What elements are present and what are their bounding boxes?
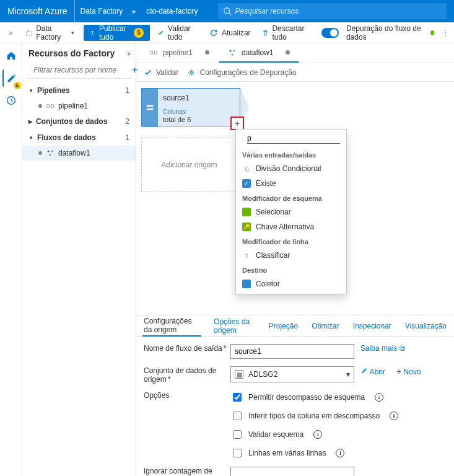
svg-point-16 (232, 53, 234, 55)
source-dataset-select[interactable]: ▦ ADLSG2 ▾ (230, 366, 354, 382)
debug-settings-button[interactable]: Configurações de Depuração (187, 68, 296, 77)
dataflows-section[interactable]: ▼ Fluxos de dados 1 (22, 130, 136, 146)
add-source-label: Adicionar origem (161, 161, 217, 169)
factory-picker[interactable]: Data Factory ▾ (20, 21, 81, 45)
external-link-icon: ⧉ (399, 344, 405, 353)
datasets-count: 2 (125, 117, 129, 126)
allow-schema-drift-checkbox[interactable] (233, 393, 242, 402)
tab-dataflow1[interactable]: dataflow1 (219, 43, 299, 63)
debug-settings-label: Configurações de Depuração (199, 68, 296, 77)
transform-select[interactable]: Selecionar (236, 205, 346, 219)
source-columns-label: Colunas: (163, 108, 187, 115)
svg-point-0 (224, 8, 229, 14)
source-node[interactable]: source1 Colunas: total de 6 (141, 88, 240, 126)
transform-surrogate-key[interactable]: 🔑 Chave Alternativa (236, 219, 346, 234)
new-dataset-button[interactable]: + Novo (396, 366, 421, 376)
caret-right-icon: ▶ (28, 119, 32, 125)
pipelines-section[interactable]: ▼ Pipelines 1 (22, 82, 136, 99)
check-icon (144, 68, 152, 77)
transform-picker-popup: Várias entradas/saídas ⎌ Divisão Condici… (235, 129, 347, 294)
dirty-indicator-icon (286, 50, 290, 55)
caret-down-icon: ▼ (28, 88, 33, 94)
sort-icon: ↕ (242, 251, 251, 260)
home-button[interactable] (2, 47, 20, 64)
source-node-title: source1 (163, 94, 190, 102)
plus-icon: + (396, 366, 401, 376)
transform-sink[interactable]: Coletor (236, 276, 346, 291)
monitor-button[interactable] (2, 92, 20, 109)
dataflow-item-label: dataflow1 (58, 149, 90, 157)
datasets-section[interactable]: ▶ Conjuntos de dados 2 (22, 113, 136, 130)
svg-point-8 (48, 151, 50, 152)
trash-icon (262, 29, 269, 37)
breadcrumb-datafactory[interactable]: Data Factory (75, 0, 128, 22)
info-icon[interactable]: i (390, 412, 398, 420)
dataflow-icon (228, 48, 237, 57)
skip-line-count-label: Ignorar contagem de linhas (144, 467, 230, 476)
refresh-button[interactable]: Atualizar (206, 26, 255, 40)
filter-input[interactable] (32, 65, 128, 75)
tab-pipeline1[interactable]: pipeline1 (140, 43, 219, 63)
skip-line-count-input[interactable] (230, 467, 354, 476)
more-icon[interactable]: ⋮ (442, 29, 449, 37)
tab-source-options[interactable]: Opções da origem (212, 315, 256, 337)
tab-source-settings[interactable]: Configurações da origem (142, 315, 201, 337)
author-button[interactable]: 5 (2, 69, 20, 87)
output-stream-name-label: Nome de fluxo de saída* (144, 344, 230, 353)
svg-point-14 (230, 50, 232, 51)
dataflows-label: Fluxos de dados (37, 133, 96, 142)
svg-rect-12 (155, 51, 157, 54)
discard-label: Descartar tudo (272, 24, 310, 42)
dataflow-item[interactable]: dataflow1 (22, 146, 136, 161)
global-search[interactable]: Pesquisar recursos (218, 3, 447, 19)
tab-inspect[interactable]: Inspecionar (352, 315, 393, 337)
check-icon (157, 29, 164, 37)
info-icon[interactable]: i (336, 449, 344, 457)
validate-button[interactable]: Validar (144, 68, 178, 77)
dataflow-canvas[interactable]: source1 Colunas: total de 6 + Adicionar … (136, 82, 454, 315)
brand[interactable]: Microsoft Azure (7, 0, 75, 22)
collapse-panel-icon[interactable]: « (127, 50, 129, 57)
item-label: Divisão Condicional (256, 164, 321, 173)
source-columns-total: total de 6 (163, 116, 191, 123)
infer-drift-types-checkbox[interactable] (233, 412, 242, 420)
item-label: Selecionar (256, 208, 291, 216)
breadcrumb-factory-name[interactable]: cto-data-factory (141, 0, 203, 22)
add-source-placeholder[interactable]: Adicionar origem (141, 138, 237, 192)
source-node-icon (142, 89, 158, 127)
select-icon (242, 208, 251, 216)
learn-more-link[interactable]: Saiba mais ⧉ (360, 344, 405, 353)
svg-point-15 (234, 50, 235, 51)
multiline-rows-label: Linhas em várias linhas (248, 449, 326, 457)
validate-schema-checkbox[interactable] (233, 430, 242, 439)
pipeline-item[interactable]: pipeline1 (22, 99, 136, 113)
transform-search-input[interactable] (247, 133, 340, 144)
tab-projection[interactable]: Projeção (268, 315, 299, 337)
tab-optimize[interactable]: Otimizar (310, 315, 341, 337)
transform-sort[interactable]: ↕ Classificar (236, 248, 346, 263)
collapse-left-icon[interactable]: » (5, 29, 17, 37)
item-label: Coletor (256, 280, 280, 288)
transform-exists[interactable]: ✓ Existe (236, 176, 346, 191)
info-icon[interactable]: i (313, 430, 322, 439)
transform-conditional-split[interactable]: ⎌ Divisão Condicional (236, 161, 346, 176)
publish-all-button[interactable]: Publicar tudo 5 (84, 25, 150, 41)
key-icon: 🔑 (242, 223, 251, 231)
multiline-rows-checkbox[interactable] (233, 449, 242, 457)
svg-rect-3 (27, 30, 28, 32)
search-placeholder: Pesquisar recursos (235, 7, 299, 15)
open-dataset-button[interactable]: Abrir (360, 367, 385, 376)
output-stream-name-input[interactable] (230, 344, 354, 359)
validate-all-label: Validar tudo (168, 24, 198, 42)
resource-filter[interactable]: + (27, 63, 131, 79)
dataflow-debug-toggle[interactable] (321, 28, 339, 38)
validate-all-button[interactable]: Validar tudo (154, 22, 202, 44)
svg-point-20 (242, 138, 243, 139)
discard-all-button[interactable]: Descartar tudo (258, 22, 314, 44)
info-icon[interactable]: i (375, 393, 383, 402)
tab-preview[interactable]: Visualização (404, 315, 448, 337)
options-label: Opções (144, 391, 230, 400)
activity-rail: 5 (0, 43, 22, 476)
add-transform-button[interactable]: + (230, 117, 244, 130)
item-label: Classificar (256, 251, 290, 260)
